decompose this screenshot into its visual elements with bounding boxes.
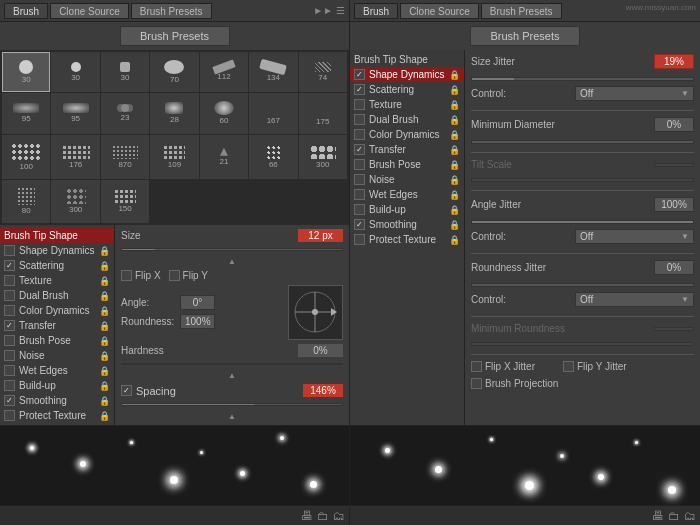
list-item-smoothing-r[interactable]: ✓ Smoothing 🔒 (350, 217, 464, 232)
checkbox-scattering[interactable]: ✓ (4, 260, 15, 271)
checkbox-smoothing[interactable]: ✓ (4, 395, 15, 406)
checkbox-scattering-r[interactable]: ✓ (354, 84, 365, 95)
checkbox-protect-texture-r[interactable] (354, 234, 365, 245)
checkbox-wet-edges[interactable] (4, 365, 15, 376)
checkbox-protect-texture[interactable] (4, 410, 15, 421)
checkbox-texture-r[interactable] (354, 99, 365, 110)
checkbox-shape-dynamics-r[interactable]: ✓ (354, 69, 365, 80)
brush-cell-11[interactable]: 60 (200, 93, 248, 135)
flip-x-jitter-checkbox[interactable] (471, 361, 482, 372)
brush-cell-19[interactable]: 66 (249, 135, 297, 179)
size-jitter-value[interactable]: 19% (654, 54, 694, 69)
flip-x-label[interactable]: Flip X (121, 270, 161, 281)
list-item-color-dynamics-r[interactable]: Color Dynamics 🔒 (350, 127, 464, 142)
brush-cell-9[interactable]: 23 (101, 93, 149, 135)
list-item-scattering-r[interactable]: ✓ Scattering 🔒 (350, 82, 464, 97)
brush-cell-4[interactable]: 112 (200, 52, 248, 92)
checkbox-brush-pose-r[interactable] (354, 159, 365, 170)
checkbox-dual-brush[interactable] (4, 290, 15, 301)
brush-cell-21[interactable]: 80 (2, 180, 50, 224)
roundness-jitter-slider[interactable] (471, 283, 694, 287)
brush-cell-14[interactable]: 100 (2, 135, 50, 179)
spacing-value[interactable]: 146% (303, 384, 343, 397)
flip-y-label[interactable]: Flip Y (169, 270, 208, 281)
brush-cell-22[interactable]: 300 (51, 180, 99, 224)
list-item-protect-texture-r[interactable]: Protect Texture 🔒 (350, 232, 464, 247)
list-item-brush-tip-shape-r[interactable]: Brush Tip Shape (350, 52, 464, 67)
list-item-dual-brush[interactable]: Dual Brush 🔒 (0, 288, 114, 303)
angle-jitter-value[interactable]: 100% (654, 197, 694, 212)
tab-clone-source-right[interactable]: Clone Source (400, 3, 479, 19)
hardness-value[interactable]: 0% (298, 344, 343, 357)
list-item-noise[interactable]: Noise 🔒 (0, 348, 114, 363)
brush-cell-8[interactable]: 95 (51, 93, 99, 135)
checkbox-brush-pose[interactable] (4, 335, 15, 346)
angle-jitter-slider[interactable] (471, 220, 694, 224)
list-item-dual-brush-r[interactable]: Dual Brush 🔒 (350, 112, 464, 127)
checkbox-color-dynamics-r[interactable] (354, 129, 365, 140)
checkbox-transfer-r[interactable]: ✓ (354, 144, 365, 155)
control-select-3[interactable]: Off ▼ (575, 292, 694, 307)
footer-icon-r-2[interactable]: 🗀 (668, 509, 680, 523)
brush-cell-1[interactable]: 30 (51, 52, 99, 92)
brush-projection-checkbox[interactable] (471, 378, 482, 389)
tab-brush-presets-left[interactable]: Brush Presets (131, 3, 212, 19)
brush-cell-0[interactable]: 30 (2, 52, 50, 92)
checkbox-texture[interactable] (4, 275, 15, 286)
footer-icon-r-1[interactable]: 🖶 (652, 509, 664, 523)
list-item-build-up-r[interactable]: Build-up 🔒 (350, 202, 464, 217)
checkbox-smoothing-r[interactable]: ✓ (354, 219, 365, 230)
brush-cell-2[interactable]: 30 (101, 52, 149, 92)
list-item-wet-edges-r[interactable]: Wet Edges 🔒 (350, 187, 464, 202)
checkbox-transfer[interactable]: ✓ (4, 320, 15, 331)
brush-cell-6[interactable]: 74 (299, 52, 347, 92)
list-item-wet-edges[interactable]: Wet Edges 🔒 (0, 363, 114, 378)
list-item-texture[interactable]: Texture 🔒 (0, 273, 114, 288)
checkbox-dual-brush-r[interactable] (354, 114, 365, 125)
checkbox-shape-dynamics[interactable] (4, 245, 15, 256)
control-select-2[interactable]: Off ▼ (575, 229, 694, 244)
tab-brush-presets-right[interactable]: Brush Presets (481, 3, 562, 19)
brush-cell-20[interactable]: 300 (299, 135, 347, 179)
list-item-transfer-r[interactable]: ✓ Transfer 🔒 (350, 142, 464, 157)
footer-icon-1[interactable]: 🖶 (301, 509, 313, 523)
spacing-checkbox[interactable]: ✓ (121, 385, 132, 396)
size-value[interactable]: 12 px (298, 229, 343, 242)
size-slider[interactable] (121, 248, 343, 251)
tab-clone-source-left[interactable]: Clone Source (50, 3, 129, 19)
brush-projection-label[interactable]: Brush Projection (471, 378, 558, 389)
list-item-shape-dynamics[interactable]: Shape Dynamics 🔒 (0, 243, 114, 258)
brush-cell-16[interactable]: 870 (101, 135, 149, 179)
roundness-value[interactable]: 100% (180, 314, 215, 329)
tab-brush-left[interactable]: Brush (4, 3, 48, 19)
spacing-slider[interactable] (121, 403, 343, 406)
menu-icon[interactable]: ☰ (336, 5, 345, 16)
flip-y-jitter-label[interactable]: Flip Y Jitter (563, 361, 627, 372)
control-select-1[interactable]: Off ▼ (575, 86, 694, 101)
flip-y-checkbox[interactable] (169, 270, 180, 281)
brush-cell-10[interactable]: 28 (150, 93, 198, 135)
tab-brush-right[interactable]: Brush (354, 3, 398, 19)
checkbox-build-up-r[interactable] (354, 204, 365, 215)
list-item-protect-texture[interactable]: Protect Texture 🔒 (0, 408, 114, 423)
list-item-scattering[interactable]: ✓ Scattering 🔒 (0, 258, 114, 273)
list-item-build-up[interactable]: Build-up 🔒 (0, 378, 114, 393)
brush-cell-13[interactable]: 175 (299, 93, 347, 135)
double-arrow-icon[interactable]: ►► (313, 5, 333, 16)
brush-cell-23[interactable]: 150 (101, 180, 149, 224)
list-item-texture-r[interactable]: Texture 🔒 (350, 97, 464, 112)
checkbox-build-up[interactable] (4, 380, 15, 391)
brush-cell-18[interactable]: 21 (200, 135, 248, 179)
list-item-shape-dynamics-r[interactable]: ✓ Shape Dynamics 🔒 (350, 67, 464, 82)
brush-cell-12[interactable]: 167 (249, 93, 297, 135)
list-item-brush-tip-shape[interactable]: Brush Tip Shape (0, 227, 114, 243)
flip-x-checkbox[interactable] (121, 270, 132, 281)
flip-y-jitter-checkbox[interactable] (563, 361, 574, 372)
brush-cell-3[interactable]: 70 (150, 52, 198, 92)
hardness-slider[interactable] (121, 363, 343, 366)
brush-cell-5[interactable]: 134 (249, 52, 297, 92)
checkbox-noise[interactable] (4, 350, 15, 361)
list-item-noise-r[interactable]: Noise 🔒 (350, 172, 464, 187)
checkbox-wet-edges-r[interactable] (354, 189, 365, 200)
min-diameter-value[interactable]: 0% (654, 117, 694, 132)
